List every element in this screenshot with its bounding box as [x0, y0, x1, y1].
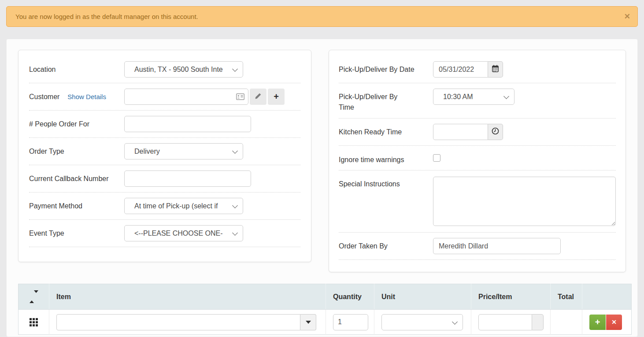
price-input[interactable] — [478, 314, 532, 330]
edit-customer-button[interactable] — [250, 89, 266, 105]
payment-method-label: Payment Method — [29, 198, 124, 214]
add-row-button[interactable]: + — [589, 315, 606, 330]
order-entry-panel: Location Austin, TX - 9500 South Inte Cu… — [6, 39, 638, 337]
chevron-down-icon — [232, 66, 238, 72]
unit-select[interactable] — [381, 314, 463, 330]
price-addon — [532, 314, 544, 330]
delete-row-button[interactable]: ✕ — [606, 315, 622, 330]
payment-method-select[interactable]: At time of Pick-up (select if — [124, 198, 243, 214]
chevron-down-icon — [452, 319, 458, 325]
deliver-time-row: Pick-Up/Deliver By Time 10:30 AM — [339, 83, 616, 119]
order-type-row: Order Type Delivery — [29, 138, 300, 165]
chevron-down-icon — [232, 230, 238, 236]
special-instructions-textarea[interactable] — [433, 177, 616, 226]
ignore-warnings-checkbox[interactable] — [433, 154, 440, 162]
x-icon: ✕ — [611, 319, 617, 325]
location-label: Location — [29, 61, 124, 78]
location-row: Location Austin, TX - 9500 South Inte — [29, 56, 300, 83]
plus-icon: + — [595, 318, 600, 326]
callback-row: Current Callback Number — [29, 165, 300, 193]
clock-icon — [492, 127, 499, 137]
unit-cell — [374, 310, 471, 335]
people-row: # People Order For — [29, 111, 300, 138]
table-row: + ✕ — [19, 310, 632, 335]
order-type-label: Order Type — [29, 143, 124, 159]
special-instructions-label: Special Instructions — [339, 177, 433, 189]
order-type-select[interactable]: Delivery — [124, 143, 243, 159]
item-cell — [49, 310, 326, 335]
sort-column-header — [19, 284, 49, 310]
schedule-card: Pick-Up/Deliver By Date — [329, 50, 626, 272]
pencil-icon — [255, 92, 262, 102]
ignore-warnings-label: Ignore time warnings — [339, 152, 433, 164]
order-taken-by-row: Order Taken By — [339, 233, 616, 260]
item-column-header: Item — [49, 284, 326, 310]
event-type-row: Event Type <--PLEASE CHOOSE ONE- — [29, 220, 300, 247]
order-items-table: Item Quantity Unit Price/Item Total — [18, 284, 626, 335]
kitchen-ready-label: Kitchen Ready Time — [339, 124, 433, 140]
special-instructions-row: Special Instructions — [339, 170, 616, 233]
location-selected-value: Austin, TX - 9500 South Inte — [134, 66, 223, 74]
customer-row: Customer Show Details — [29, 83, 300, 111]
customer-label: Customer — [29, 89, 59, 105]
actions-column-header — [582, 284, 632, 310]
table-header-row: Item Quantity Unit Price/Item Total — [19, 284, 632, 310]
deliver-time-select[interactable]: 10:30 AM — [433, 89, 514, 105]
chevron-down-icon — [503, 93, 509, 99]
deliver-date-label: Pick-Up/Deliver By Date — [339, 61, 433, 78]
quantity-column-header: Quantity — [326, 284, 374, 310]
people-label: # People Order For — [29, 116, 124, 132]
callback-label: Current Callback Number — [29, 170, 124, 187]
order-taken-by-label: Order Taken By — [339, 238, 433, 254]
login-notice-banner: You are now logged in as the default man… — [6, 6, 638, 27]
location-select[interactable]: Austin, TX - 9500 South Inte — [124, 61, 243, 78]
customer-input[interactable] — [124, 89, 248, 105]
event-type-label: Event Type — [29, 225, 124, 241]
calendar-addon[interactable] — [488, 61, 503, 78]
quantity-input[interactable] — [333, 314, 368, 330]
quantity-cell — [326, 310, 374, 335]
item-input[interactable] — [56, 314, 300, 330]
order-details-card: Location Austin, TX - 9500 South Inte Cu… — [18, 50, 311, 262]
drag-handle-icon[interactable] — [30, 318, 38, 326]
deliver-time-label: Pick-Up/Deliver By Time — [339, 89, 414, 113]
callback-input[interactable] — [124, 170, 251, 187]
price-item-column-header: Price/Item — [471, 284, 551, 310]
kitchen-ready-row: Kitchen Ready Time — [339, 119, 616, 146]
ignore-warnings-row: Ignore time warnings — [339, 146, 616, 170]
event-type-select[interactable]: <--PLEASE CHOOSE ONE- — [124, 225, 243, 241]
show-details-link[interactable]: Show Details — [67, 89, 106, 105]
order-type-selected-value: Delivery — [134, 148, 160, 156]
item-dropdown-button[interactable] — [300, 314, 316, 330]
total-cell — [551, 310, 582, 335]
chevron-down-icon — [232, 148, 238, 154]
deliver-date-row: Pick-Up/Deliver By Date — [339, 56, 616, 83]
drag-cell — [19, 310, 49, 335]
sort-icon — [30, 293, 38, 301]
deliver-date-input[interactable] — [433, 61, 488, 78]
total-column-header: Total — [551, 284, 582, 310]
banner-message: You are now logged in as the default man… — [15, 13, 198, 20]
chevron-down-icon — [232, 203, 238, 208]
close-icon[interactable]: ✕ — [624, 13, 630, 20]
address-card-icon — [236, 93, 244, 102]
actions-cell: + ✕ — [582, 310, 632, 335]
people-input[interactable] — [124, 116, 251, 132]
caret-down-icon — [306, 321, 311, 324]
add-customer-button[interactable]: + — [268, 89, 285, 105]
payment-method-row: Payment Method At time of Pick-up (selec… — [29, 193, 300, 220]
plus-icon: + — [274, 92, 279, 102]
calendar-icon — [492, 65, 499, 74]
kitchen-ready-input[interactable] — [433, 124, 488, 140]
order-taken-by-input[interactable] — [433, 238, 561, 254]
price-cell — [471, 310, 551, 335]
payment-method-selected-value: At time of Pick-up (select if — [134, 202, 218, 210]
deliver-time-selected-value: 10:30 AM — [443, 93, 473, 101]
unit-column-header: Unit — [374, 284, 471, 310]
clock-addon[interactable] — [488, 124, 503, 140]
event-type-selected-value: <--PLEASE CHOOSE ONE- — [134, 230, 223, 237]
